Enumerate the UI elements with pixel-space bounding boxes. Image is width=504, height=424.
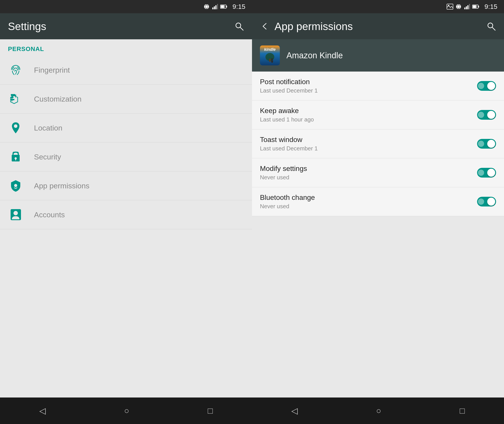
svg-rect-6: [215, 5, 217, 9]
svg-text:kindle: kindle: [264, 47, 276, 52]
permission-subtitle-keep-awake: Last used 1 hour ago: [260, 116, 477, 123]
svg-rect-4: [212, 7, 213, 9]
svg-point-46: [488, 23, 493, 28]
security-icon: [8, 149, 23, 164]
settings-item-app-permissions[interactable]: App permissions: [0, 171, 252, 200]
svg-rect-51: [269, 59, 271, 62]
permission-item-post-notification[interactable]: Post notification Last used December 1: [252, 72, 504, 100]
permission-text-toast-window: Toast window Last used December 1: [260, 136, 477, 152]
svg-point-52: [271, 58, 273, 60]
permission-item-toast-window[interactable]: Toast window Last used December 1: [252, 129, 504, 158]
signal-icon: [212, 4, 218, 10]
app-bar-settings: Settings: [0, 13, 252, 39]
settings-panel: 9:15 Settings Personal: [0, 0, 252, 424]
status-icons-right: 9:15: [447, 3, 497, 10]
back-button-appbar[interactable]: [260, 22, 269, 31]
app-permissions-panel: 9:15 App permissions: [252, 0, 504, 424]
svg-rect-3: [208, 6, 209, 8]
permissions-content: Post notification Last used December 1 K…: [252, 72, 504, 398]
settings-item-security[interactable]: Security: [0, 143, 252, 171]
toggle-bluetooth-change[interactable]: [477, 197, 496, 206]
svg-point-28: [14, 184, 17, 187]
nav-bar-left: ◁ ○ □: [0, 398, 252, 424]
settings-item-fingerprint[interactable]: Fingerprint: [0, 56, 252, 85]
signal-icon-right: [464, 4, 470, 10]
permission-subtitle-toast-window: Last used December 1: [260, 145, 477, 152]
search-icon-settings[interactable]: [234, 21, 244, 31]
svg-rect-17: [11, 99, 14, 100]
vibrate-icon-right: [455, 4, 462, 10]
permission-item-modify-settings[interactable]: Modify settings Never used: [252, 158, 504, 187]
settings-item-accounts[interactable]: Accounts: [0, 200, 252, 229]
vibrate-icon: [203, 4, 210, 10]
toggle-track-toast-window: [478, 141, 484, 147]
status-time-right: 9:15: [485, 3, 497, 10]
toggle-post-notification[interactable]: [477, 81, 496, 91]
svg-rect-18: [12, 95, 12, 101]
section-personal: Personal: [0, 39, 252, 56]
app-permissions-label: App permissions: [34, 181, 89, 190]
permission-text-bluetooth-change: Bluetooth change Never used: [260, 193, 477, 210]
svg-rect-40: [469, 4, 470, 9]
back-button-left[interactable]: ◁: [28, 404, 57, 418]
fingerprint-icon: [8, 62, 23, 78]
security-label: Security: [34, 153, 61, 161]
location-icon: [8, 120, 23, 136]
permission-subtitle-post-notification: Last used December 1: [260, 87, 477, 94]
battery-icon-right: [472, 4, 479, 10]
image-icon: [447, 4, 453, 10]
permission-title-modify-settings: Modify settings: [260, 164, 477, 173]
home-button-right[interactable]: ○: [365, 404, 392, 418]
svg-rect-36: [460, 6, 461, 8]
nav-bar-right: ◁ ○ □: [252, 398, 504, 424]
status-bar-left: 9:15: [0, 0, 252, 13]
home-button-left[interactable]: ○: [113, 404, 140, 418]
toggle-track-modify-settings: [478, 170, 484, 176]
svg-point-30: [13, 211, 18, 215]
recents-button-right[interactable]: □: [449, 404, 476, 418]
app-permissions-title: App permissions: [274, 20, 486, 32]
svg-rect-5: [214, 6, 215, 9]
kindle-icon: kindle: [260, 45, 280, 65]
svg-line-47: [492, 27, 495, 30]
permission-title-keep-awake: Keep awake: [260, 107, 477, 115]
settings-item-customization[interactable]: Customization: [0, 85, 252, 113]
svg-rect-38: [466, 6, 467, 9]
search-icon-permissions[interactable]: [486, 21, 496, 31]
app-name-kindle: Amazon Kindle: [286, 51, 343, 60]
svg-rect-43: [478, 6, 479, 7]
fingerprint-label: Fingerprint: [34, 66, 70, 75]
app-permissions-icon: [8, 178, 23, 193]
svg-rect-27: [15, 159, 16, 160]
accounts-icon: [8, 207, 23, 222]
permission-subtitle-modify-settings: Never used: [260, 174, 477, 181]
permission-text-modify-settings: Modify settings Never used: [260, 164, 477, 181]
svg-point-22: [14, 124, 18, 128]
permission-item-bluetooth-change[interactable]: Bluetooth change Never used: [252, 187, 504, 216]
settings-item-location[interactable]: Location: [0, 113, 252, 143]
toggle-modify-settings[interactable]: [477, 168, 496, 178]
toggle-toast-window[interactable]: [477, 139, 496, 149]
permission-text-post-notification: Post notification Last used December 1: [260, 78, 477, 94]
permission-text-keep-awake: Keep awake Last used 1 hour ago: [260, 107, 477, 123]
permission-title-post-notification: Post notification: [260, 78, 477, 86]
permission-title-bluetooth-change: Bluetooth change: [260, 193, 477, 202]
svg-rect-35: [456, 6, 457, 8]
svg-rect-10: [226, 6, 227, 7]
customization-icon: [8, 91, 23, 107]
back-button-right[interactable]: ◁: [280, 404, 309, 418]
toggle-track-bluetooth-change: [478, 199, 484, 205]
svg-line-14: [240, 27, 243, 30]
svg-rect-2: [204, 6, 205, 8]
location-label: Location: [34, 124, 62, 132]
status-icons-left: 9:15: [203, 3, 245, 10]
status-time-left: 9:15: [233, 3, 245, 10]
permission-item-keep-awake[interactable]: Keep awake Last used 1 hour ago: [252, 100, 504, 129]
app-card-kindle: kindle Amazon Kindle: [252, 39, 504, 72]
svg-rect-20: [15, 95, 16, 96]
toggle-keep-awake[interactable]: [477, 110, 496, 120]
recents-button-left[interactable]: □: [197, 404, 224, 418]
permission-title-toast-window: Toast window: [260, 136, 477, 144]
svg-rect-39: [467, 5, 468, 9]
toggle-track-post-notification: [478, 83, 484, 89]
